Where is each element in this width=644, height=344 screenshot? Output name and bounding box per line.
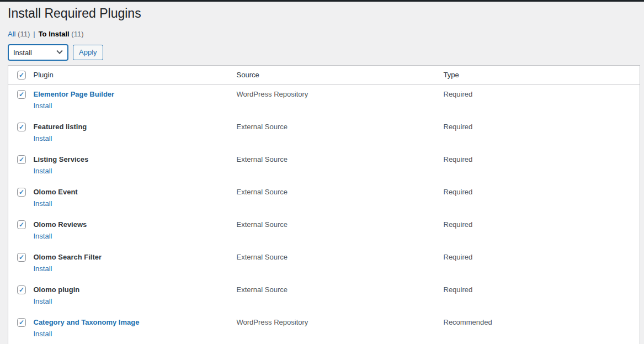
- plugin-name[interactable]: Olomo Search Filter: [34, 253, 102, 261]
- check-icon: ✓: [19, 221, 24, 228]
- filter-separator: |: [33, 30, 35, 38]
- select-all-checkbox[interactable]: ✓: [17, 71, 26, 80]
- install-link[interactable]: Install: [34, 102, 52, 110]
- check-icon: ✓: [19, 124, 24, 130]
- plugins-table-body: ✓ Elementor Page Builder Install WordPre…: [8, 84, 640, 344]
- table-row: ✓ Olomo plugin Install External Source R…: [8, 280, 640, 313]
- bulk-actions-bar: Install Apply: [8, 44, 640, 61]
- install-link[interactable]: Install: [34, 297, 52, 305]
- plugin-name[interactable]: Olomo Event: [34, 188, 78, 196]
- check-icon: ✓: [19, 189, 24, 195]
- source-cell: WordPress Repository: [237, 313, 444, 344]
- source-cell: External Source: [237, 150, 444, 182]
- table-row: ✓ Category and Taxonomy Image Install Wo…: [8, 313, 640, 344]
- bulk-action-select[interactable]: Install: [8, 44, 68, 61]
- table-row: ✓ Listing Services Install External Sour…: [8, 150, 640, 182]
- plugin-name[interactable]: Featured listing: [34, 123, 87, 131]
- type-cell: Required: [444, 247, 640, 280]
- page-title: Install Required Plugins: [8, 4, 640, 22]
- status-filter-links: All (11)|To Install (11): [8, 29, 640, 39]
- filter-all-link[interactable]: All (11): [8, 30, 30, 38]
- check-icon: ✓: [19, 72, 24, 78]
- apply-button[interactable]: Apply: [73, 45, 103, 60]
- check-icon: ✓: [19, 287, 24, 293]
- row-checkbox[interactable]: ✓: [17, 188, 26, 197]
- row-checkbox[interactable]: ✓: [17, 318, 26, 327]
- install-link[interactable]: Install: [34, 264, 52, 273]
- install-link[interactable]: Install: [34, 134, 52, 142]
- plugins-table-header: ✓ Plugin Source Type: [8, 66, 640, 84]
- source-cell: WordPress Repository: [237, 84, 444, 118]
- filter-all-label: All: [8, 30, 15, 38]
- check-icon: ✓: [19, 156, 24, 163]
- plugin-name[interactable]: Listing Services: [34, 155, 89, 163]
- type-cell: Required: [444, 117, 640, 150]
- row-checkbox[interactable]: ✓: [17, 285, 26, 294]
- check-icon: ✓: [19, 254, 24, 261]
- type-cell: Required: [444, 280, 640, 313]
- type-cell: Recommended: [444, 313, 640, 344]
- install-link[interactable]: Install: [34, 330, 52, 338]
- row-checkbox[interactable]: ✓: [17, 90, 26, 99]
- column-header-plugin: Plugin: [34, 66, 237, 84]
- source-cell: External Source: [237, 182, 444, 215]
- plugin-name[interactable]: Category and Taxonomy Image: [34, 318, 140, 326]
- install-link[interactable]: Install: [34, 232, 52, 240]
- plugin-name[interactable]: Olomo plugin: [34, 285, 80, 294]
- page-wrap: Install Required Plugins All (11)|To Ins…: [0, 2, 644, 344]
- table-row: ✓ Olomo Search Filter Install External S…: [8, 247, 640, 280]
- source-cell: External Source: [237, 117, 444, 150]
- plugin-name[interactable]: Olomo Reviews: [34, 220, 87, 229]
- install-link[interactable]: Install: [34, 199, 52, 208]
- type-cell: Required: [444, 84, 640, 118]
- table-row: ✓ Olomo Reviews Install External Source …: [8, 215, 640, 247]
- filter-to-install-label: To Install: [39, 30, 70, 38]
- plugins-table: ✓ Plugin Source Type ✓ Elementor Page Bu…: [8, 65, 640, 344]
- table-row: ✓ Olomo Event Install External Source Re…: [8, 182, 640, 215]
- row-checkbox[interactable]: ✓: [17, 155, 26, 164]
- type-cell: Required: [444, 182, 640, 215]
- bulk-action-selected-value: Install: [13, 49, 32, 57]
- row-checkbox[interactable]: ✓: [17, 220, 26, 229]
- column-header-source: Source: [237, 66, 444, 84]
- table-row: ✓ Elementor Page Builder Install WordPre…: [8, 84, 640, 118]
- check-icon: ✓: [19, 91, 24, 98]
- plugin-name[interactable]: Elementor Page Builder: [34, 90, 115, 98]
- table-row: ✓ Featured listing Install External Sour…: [8, 117, 640, 150]
- filter-to-install-link[interactable]: To Install (11): [39, 30, 84, 38]
- source-cell: External Source: [237, 280, 444, 313]
- check-icon: ✓: [19, 319, 24, 326]
- install-link[interactable]: Install: [34, 167, 52, 175]
- source-cell: External Source: [237, 247, 444, 280]
- filter-all-count: (11): [18, 30, 30, 38]
- column-header-type: Type: [444, 66, 640, 84]
- source-cell: External Source: [237, 215, 444, 247]
- row-checkbox[interactable]: ✓: [17, 123, 26, 131]
- row-checkbox[interactable]: ✓: [17, 253, 26, 262]
- filter-to-install-count: (11): [71, 30, 83, 38]
- chevron-down-icon: [56, 48, 62, 54]
- type-cell: Required: [444, 215, 640, 247]
- type-cell: Required: [444, 150, 640, 182]
